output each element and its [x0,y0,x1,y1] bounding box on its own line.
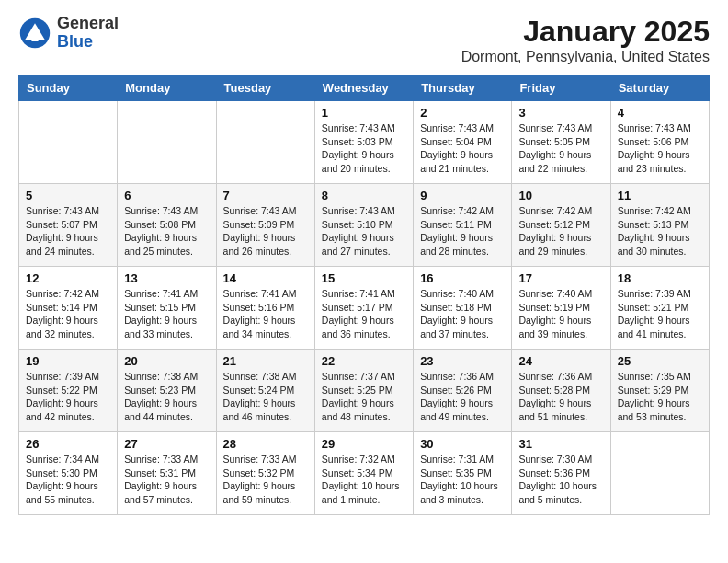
calendar-cell: 30Sunrise: 7:31 AM Sunset: 5:35 PM Dayli… [414,432,512,515]
logo-icon [18,17,51,50]
calendar-cell: 4Sunrise: 7:43 AM Sunset: 5:06 PM Daylig… [610,101,709,184]
weekday-header: Saturday [610,75,709,101]
day-number: 4 [618,106,702,120]
calendar-week-row: 19Sunrise: 7:39 AM Sunset: 5:22 PM Dayli… [19,350,710,432]
day-number: 29 [322,437,406,451]
calendar-week-row: 5Sunrise: 7:43 AM Sunset: 5:07 PM Daylig… [19,184,710,267]
calendar-cell [610,432,709,515]
day-number: 16 [420,271,505,285]
day-info: Sunrise: 7:39 AM Sunset: 5:22 PM Dayligh… [26,370,110,424]
month-title: January 2025 [461,15,710,49]
day-number: 27 [124,437,209,451]
calendar-cell: 7Sunrise: 7:43 AM Sunset: 5:09 PM Daylig… [216,184,314,267]
calendar-cell: 27Sunrise: 7:33 AM Sunset: 5:31 PM Dayli… [118,432,216,515]
day-number: 11 [618,189,702,202]
day-info: Sunrise: 7:41 AM Sunset: 5:17 PM Dayligh… [322,287,406,341]
day-info: Sunrise: 7:30 AM Sunset: 5:36 PM Dayligh… [518,453,603,507]
day-number: 10 [518,189,603,202]
calendar-week-row: 1Sunrise: 7:43 AM Sunset: 5:03 PM Daylig… [19,101,710,184]
weekday-header: Monday [118,75,216,101]
day-info: Sunrise: 7:43 AM Sunset: 5:06 PM Dayligh… [618,121,702,176]
calendar-cell [216,101,314,184]
day-number: 6 [124,189,209,202]
day-info: Sunrise: 7:33 AM Sunset: 5:31 PM Dayligh… [124,453,209,507]
day-number: 7 [223,189,308,202]
calendar-week-row: 12Sunrise: 7:42 AM Sunset: 5:14 PM Dayli… [19,267,710,350]
day-number: 13 [124,271,209,285]
calendar-cell: 23Sunrise: 7:36 AM Sunset: 5:26 PM Dayli… [414,350,512,432]
day-number: 9 [420,189,505,202]
weekday-header: Sunday [19,75,118,101]
day-number: 24 [518,354,603,368]
logo-text: General Blue [57,15,119,52]
day-info: Sunrise: 7:40 AM Sunset: 5:18 PM Dayligh… [420,287,505,341]
day-number: 2 [420,106,505,120]
weekday-header-row: SundayMondayTuesdayWednesdayThursdayFrid… [19,75,710,101]
calendar-cell: 5Sunrise: 7:43 AM Sunset: 5:07 PM Daylig… [19,184,118,267]
day-info: Sunrise: 7:43 AM Sunset: 5:07 PM Dayligh… [26,204,110,259]
calendar-cell: 26Sunrise: 7:34 AM Sunset: 5:30 PM Dayli… [19,432,118,515]
calendar-cell: 16Sunrise: 7:40 AM Sunset: 5:18 PM Dayli… [414,267,512,350]
day-info: Sunrise: 7:36 AM Sunset: 5:28 PM Dayligh… [518,370,603,424]
calendar-cell: 19Sunrise: 7:39 AM Sunset: 5:22 PM Dayli… [19,350,118,432]
day-info: Sunrise: 7:43 AM Sunset: 5:08 PM Dayligh… [124,204,209,259]
day-number: 19 [26,354,110,368]
day-number: 21 [223,354,308,368]
calendar-cell: 29Sunrise: 7:32 AM Sunset: 5:34 PM Dayli… [314,432,413,515]
weekday-header: Friday [512,75,610,101]
day-info: Sunrise: 7:40 AM Sunset: 5:19 PM Dayligh… [518,287,603,341]
calendar-cell: 11Sunrise: 7:42 AM Sunset: 5:13 PM Dayli… [610,184,709,267]
day-info: Sunrise: 7:42 AM Sunset: 5:13 PM Dayligh… [618,204,702,259]
logo: General Blue [18,15,119,52]
title-block: January 2025 Dormont, Pennsylvania, Unit… [461,15,710,65]
calendar-cell: 28Sunrise: 7:33 AM Sunset: 5:32 PM Dayli… [216,432,314,515]
day-info: Sunrise: 7:42 AM Sunset: 5:12 PM Dayligh… [518,204,603,259]
day-info: Sunrise: 7:31 AM Sunset: 5:35 PM Dayligh… [420,453,505,507]
calendar-cell: 17Sunrise: 7:40 AM Sunset: 5:19 PM Dayli… [512,267,610,350]
day-number: 5 [26,189,110,202]
weekday-header: Wednesday [314,75,413,101]
svg-rect-2 [31,35,38,41]
day-number: 28 [223,437,308,451]
day-info: Sunrise: 7:37 AM Sunset: 5:25 PM Dayligh… [322,370,406,424]
day-number: 23 [420,354,505,368]
calendar-cell [19,101,118,184]
location: Dormont, Pennsylvania, United States [461,49,710,65]
day-info: Sunrise: 7:32 AM Sunset: 5:34 PM Dayligh… [322,453,406,507]
day-info: Sunrise: 7:41 AM Sunset: 5:15 PM Dayligh… [124,287,209,341]
day-number: 31 [518,437,603,451]
calendar-cell: 13Sunrise: 7:41 AM Sunset: 5:15 PM Dayli… [118,267,216,350]
day-number: 18 [618,271,702,285]
day-number: 3 [518,106,603,120]
calendar-cell: 24Sunrise: 7:36 AM Sunset: 5:28 PM Dayli… [512,350,610,432]
calendar-cell: 18Sunrise: 7:39 AM Sunset: 5:21 PM Dayli… [610,267,709,350]
weekday-header: Thursday [414,75,512,101]
day-number: 17 [518,271,603,285]
calendar-cell [118,101,216,184]
calendar-cell: 2Sunrise: 7:43 AM Sunset: 5:04 PM Daylig… [414,101,512,184]
day-number: 1 [322,106,406,120]
calendar-cell: 21Sunrise: 7:38 AM Sunset: 5:24 PM Dayli… [216,350,314,432]
day-info: Sunrise: 7:43 AM Sunset: 5:10 PM Dayligh… [322,204,406,259]
day-info: Sunrise: 7:33 AM Sunset: 5:32 PM Dayligh… [223,453,308,507]
day-info: Sunrise: 7:39 AM Sunset: 5:21 PM Dayligh… [618,287,702,341]
calendar-cell: 8Sunrise: 7:43 AM Sunset: 5:10 PM Daylig… [314,184,413,267]
day-info: Sunrise: 7:42 AM Sunset: 5:11 PM Dayligh… [420,204,505,259]
calendar-cell: 31Sunrise: 7:30 AM Sunset: 5:36 PM Dayli… [512,432,610,515]
day-number: 25 [618,354,702,368]
calendar-cell: 3Sunrise: 7:43 AM Sunset: 5:05 PM Daylig… [512,101,610,184]
day-number: 30 [420,437,505,451]
day-info: Sunrise: 7:43 AM Sunset: 5:03 PM Dayligh… [322,121,406,176]
day-info: Sunrise: 7:43 AM Sunset: 5:09 PM Dayligh… [223,204,308,259]
calendar-cell: 25Sunrise: 7:35 AM Sunset: 5:29 PM Dayli… [610,350,709,432]
day-info: Sunrise: 7:34 AM Sunset: 5:30 PM Dayligh… [26,453,110,507]
day-number: 26 [26,437,110,451]
calendar-cell: 15Sunrise: 7:41 AM Sunset: 5:17 PM Dayli… [314,267,413,350]
day-number: 12 [26,271,110,285]
day-number: 22 [322,354,406,368]
day-number: 8 [322,189,406,202]
calendar-cell: 6Sunrise: 7:43 AM Sunset: 5:08 PM Daylig… [118,184,216,267]
calendar-cell: 14Sunrise: 7:41 AM Sunset: 5:16 PM Dayli… [216,267,314,350]
calendar: SundayMondayTuesdayWednesdayThursdayFrid… [18,75,710,515]
day-info: Sunrise: 7:38 AM Sunset: 5:24 PM Dayligh… [223,370,308,424]
